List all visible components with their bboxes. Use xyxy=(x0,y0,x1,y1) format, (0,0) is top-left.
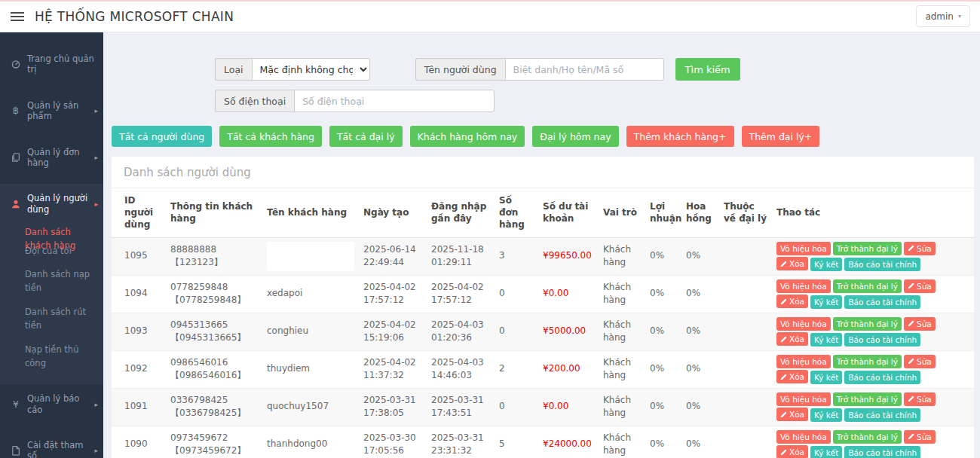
edit-button[interactable]: Sửa xyxy=(904,317,936,331)
main-content: Loại Mặc định không chọn Tên người dùng … xyxy=(103,32,980,458)
customer-name-input[interactable] xyxy=(267,242,354,271)
sidebar-item-label: Trang chủ quản trị xyxy=(27,53,98,75)
role-cell: Khách hàng xyxy=(599,237,645,275)
balance-cell: ¥0.00 xyxy=(538,275,599,313)
become-agent-button[interactable]: Trở thành đại lý xyxy=(833,317,902,331)
edit-button[interactable]: Sửa xyxy=(904,279,936,293)
sidebar-item-2[interactable]: Quản lý đơn hàng▸ xyxy=(0,138,103,178)
commission-cell: 0% xyxy=(681,426,719,458)
delete-button[interactable]: Xóa xyxy=(776,295,808,308)
become-agent-button[interactable]: Trở thành đại lý xyxy=(833,355,902,368)
sidebar-item-label: Quản lý báo cáo xyxy=(27,393,91,415)
actions-cell: Vô hiệu hóaTrở thành đại lýSửaXóaKý kếtB… xyxy=(772,237,974,275)
profit-cell: 0% xyxy=(645,388,681,426)
admin-user-menu[interactable]: admin ▾ xyxy=(916,5,970,27)
sidebar-item-4[interactable]: ¥Quản lý báo cáo▸ xyxy=(0,384,103,424)
delete-button[interactable]: Xóa xyxy=(776,408,808,421)
quick-button-5[interactable]: Thêm khách hàng+ xyxy=(626,126,734,147)
disable-user-button[interactable]: Vô hiệu hóa xyxy=(776,430,831,444)
sidebar-item-3[interactable]: Quản lý người dùng▸ xyxy=(0,184,103,221)
delete-button[interactable]: Xóa xyxy=(776,445,808,458)
finance-report-button[interactable]: Báo cáo tài chính xyxy=(844,295,920,309)
sidebar-item-5[interactable]: Cài đặt tham số▸ xyxy=(0,431,103,458)
sidebar-item-0[interactable]: Trang chủ quản trị xyxy=(0,44,103,84)
column-header: Thao tác xyxy=(772,188,974,237)
username-filter-input[interactable] xyxy=(505,58,664,81)
edit-button[interactable]: Sửa xyxy=(904,392,936,406)
finance-report-button[interactable]: Báo cáo tài chính xyxy=(844,333,920,347)
quick-button-0[interactable]: Tất cả người dùng xyxy=(112,126,212,147)
column-header: Đăng nhập gần đây xyxy=(427,188,495,237)
column-header: ID người dùng xyxy=(112,188,166,237)
user-id-cell: 1095 xyxy=(112,237,166,275)
balance-cell: ¥5000.00 xyxy=(538,313,599,350)
quick-button-4[interactable]: Đại lý hôm nay xyxy=(532,126,618,147)
disable-user-button[interactable]: Vô hiệu hóa xyxy=(776,242,831,255)
table-row: 10900973459672 【0973459672】thanhdong0020… xyxy=(112,426,974,458)
sign-contract-button[interactable]: Ký kết xyxy=(810,258,842,271)
quick-button-2[interactable]: Tất cả đại lý xyxy=(329,126,403,147)
sidebar-item-1[interactable]: ฿Quản lý sản phẩm▸ xyxy=(0,91,103,131)
edit-button[interactable]: Sửa xyxy=(904,355,936,368)
type-filter-group: Loại Mặc định không chọn xyxy=(215,58,370,81)
sign-contract-button[interactable]: Ký kết xyxy=(810,333,842,347)
finance-report-button[interactable]: Báo cáo tài chính xyxy=(844,408,920,422)
finance-report-button[interactable]: Báo cáo tài chính xyxy=(844,446,920,458)
created-date-cell: 2025-03-30 17:05:56 xyxy=(359,426,427,458)
become-agent-button[interactable]: Trở thành đại lý xyxy=(833,430,902,444)
edit-button[interactable]: Sửa xyxy=(904,430,936,444)
delete-button[interactable]: Xóa xyxy=(776,257,808,270)
search-button[interactable]: Tìm kiếm xyxy=(675,58,740,81)
disable-user-button[interactable]: Vô hiệu hóa xyxy=(776,317,831,331)
finance-report-button[interactable]: Báo cáo tài chính xyxy=(844,371,920,384)
balance-cell: ¥200.00 xyxy=(538,350,599,388)
sidebar: Trang chủ quản trị฿Quản lý sản phẩm▸Quản… xyxy=(0,32,103,458)
table-row: 109588888888 【123123】2025-06-14 22:49:44… xyxy=(112,237,974,275)
customer-info-cell: 0336798425 【0336798425】 xyxy=(166,388,262,426)
last-login-cell: 2025-04-03 01:20:36 xyxy=(427,313,495,350)
user-id-cell: 1092 xyxy=(112,350,166,388)
order-count-cell: 3 xyxy=(495,237,538,275)
agent-cell xyxy=(719,237,772,275)
phone-filter-input[interactable] xyxy=(294,90,495,112)
disable-user-button[interactable]: Vô hiệu hóa xyxy=(776,279,831,293)
become-agent-button[interactable]: Trở thành đại lý xyxy=(833,279,902,293)
become-agent-button[interactable]: Trở thành đại lý xyxy=(833,392,902,406)
customer-name-cell: thanhdong00 xyxy=(262,426,359,458)
commission-cell: 0% xyxy=(681,350,719,388)
sign-contract-button[interactable]: Ký kết xyxy=(810,446,842,458)
quick-button-1[interactable]: Tất cả khách hàng xyxy=(219,126,322,147)
submenu-item-0[interactable]: Danh sách khách hàng xyxy=(0,221,94,258)
disable-user-button[interactable]: Vô hiệu hóa xyxy=(776,392,831,406)
table-row: 10920986546016 【0986546016】thuydiem2025-… xyxy=(112,350,974,388)
submenu-item-4[interactable]: Nạp tiền thủ công xyxy=(0,338,103,376)
quick-filter-buttons: Tất cả người dùngTất cả khách hàngTất cả… xyxy=(112,126,980,147)
submenu-item-3[interactable]: Danh sách rút tiền xyxy=(0,301,103,338)
column-header: Thuộc về đại lý xyxy=(719,188,772,237)
sign-contract-button[interactable]: Ký kết xyxy=(810,371,842,384)
finance-report-button[interactable]: Báo cáo tài chính xyxy=(844,258,920,271)
sign-contract-button[interactable]: Ký kết xyxy=(810,408,842,422)
orders-icon xyxy=(10,152,22,163)
disable-user-button[interactable]: Vô hiệu hóa xyxy=(776,355,831,368)
sign-contract-button[interactable]: Ký kết xyxy=(810,295,842,309)
quick-button-3[interactable]: Khách hàng hôm nay xyxy=(410,126,525,147)
column-header: Tên khách hàng xyxy=(262,188,359,237)
app-title: HỆ THỐNG MICROSOFT CHAIN xyxy=(35,9,234,24)
profit-cell: 0% xyxy=(645,426,681,458)
edit-button[interactable]: Sửa xyxy=(904,242,936,255)
become-agent-button[interactable]: Trở thành đại lý xyxy=(833,242,902,255)
delete-button[interactable]: Xóa xyxy=(776,332,808,346)
chevron-right-icon: ▸ xyxy=(94,107,98,114)
type-filter-select[interactable]: Mặc định không chọn xyxy=(252,58,370,81)
commission-cell: 0% xyxy=(681,275,719,313)
username-filter-group: Tên người dùng xyxy=(415,58,664,81)
last-login-cell: 2025-03-31 23:31:32 xyxy=(427,426,495,458)
commission-cell: 0% xyxy=(681,237,719,275)
quick-button-6[interactable]: Thêm đại lý+ xyxy=(742,126,820,147)
type-filter-label: Loại xyxy=(215,58,252,81)
hamburger-menu-icon[interactable] xyxy=(11,10,24,23)
params-icon xyxy=(10,445,22,456)
submenu-item-2[interactable]: Danh sách nạp tiền xyxy=(0,263,103,301)
delete-button[interactable]: Xóa xyxy=(776,370,808,383)
